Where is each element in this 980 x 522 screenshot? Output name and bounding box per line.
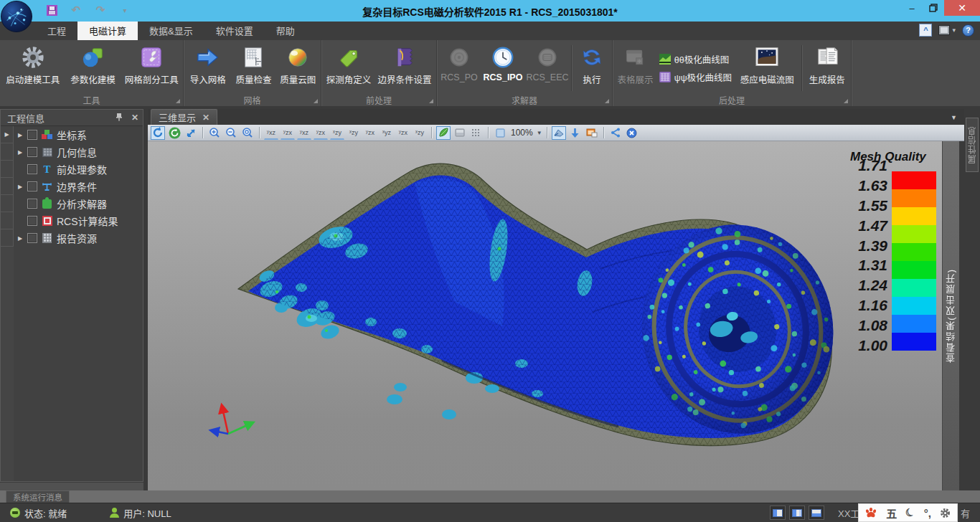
- tab-em-compute[interactable]: 电磁计算: [77, 22, 138, 40]
- pin-icon[interactable]: [116, 113, 123, 123]
- pan-zoom-button[interactable]: [184, 126, 198, 140]
- theta-theta-curve-button[interactable]: θθ极化曲线图: [659, 52, 732, 66]
- checkbox[interactable]: [27, 181, 37, 191]
- rcs-eec-solver-button[interactable]: RCS_EEC: [526, 42, 569, 94]
- ime-punctuation-mode[interactable]: °,: [924, 507, 931, 519]
- checkbox[interactable]: [27, 147, 37, 157]
- clear-view-button[interactable]: [625, 126, 639, 140]
- button-label: 表格展示: [617, 72, 653, 86]
- tree-item-geometry-info[interactable]: ▶ 几何信息: [14, 143, 143, 161]
- flat-mode-button[interactable]: [453, 126, 467, 140]
- axis-view-button[interactable]: ʸzx: [281, 126, 295, 140]
- rotate-view-button[interactable]: [151, 126, 165, 140]
- undo-button[interactable]: ↶: [69, 4, 83, 16]
- restore-button[interactable]: [923, 0, 944, 16]
- axis-view-button[interactable]: ʸzx: [314, 126, 328, 140]
- ime-halfwidth-moon-icon[interactable]: ☾: [903, 505, 918, 521]
- boundary-condition-settings-button[interactable]: 边界条件设置: [374, 42, 435, 94]
- run-arrows-icon: [580, 44, 604, 70]
- capture-scene-button[interactable]: [585, 126, 599, 140]
- axis-view-button[interactable]: ʸzx: [363, 126, 377, 140]
- tab-overflow-icon[interactable]: ▼: [951, 114, 957, 121]
- chevron-down-icon[interactable]: ▼: [537, 130, 542, 136]
- rcs-po-solver-button[interactable]: RCS_PO: [438, 42, 480, 94]
- axis-view-button[interactable]: ˣzy: [347, 126, 361, 140]
- quality-check-button[interactable]: 质量检查: [231, 42, 277, 94]
- tree-item-boundary-condition[interactable]: ▶ 边界条件: [14, 178, 143, 195]
- drop-view-button[interactable]: [568, 126, 583, 140]
- axis-view-button[interactable]: ʸxz: [264, 126, 278, 140]
- generate-report-button[interactable]: 生成报告: [804, 42, 849, 94]
- display-device-button[interactable]: ▾: [938, 25, 956, 35]
- tab-3d-display[interactable]: 三维显示 ✕: [151, 109, 217, 125]
- tree-item-rcs-results[interactable]: RCS计算结果: [14, 212, 143, 229]
- gutter-expander[interactable]: ▶: [1, 126, 14, 143]
- execute-button[interactable]: 执行: [574, 42, 610, 94]
- axis-view-button[interactable]: ˣyz: [380, 126, 394, 140]
- axis-view-button[interactable]: ˣzy: [330, 126, 344, 140]
- checkbox[interactable]: [27, 199, 37, 209]
- 3d-canvas[interactable]: Mesh Quality 1.71 1.63 1.55 1.47 1.39 1.…: [148, 141, 942, 490]
- axis-view-button[interactable]: ʸzx: [396, 126, 410, 140]
- share-button[interactable]: [608, 126, 623, 140]
- tree-item-report-resources[interactable]: ▶ 报告资源: [14, 229, 143, 247]
- zoom-out-button[interactable]: [224, 126, 238, 140]
- redo-button[interactable]: ↷: [93, 4, 108, 16]
- app-logo[interactable]: [1, 1, 32, 32]
- expander-icon[interactable]: ▶: [17, 149, 24, 156]
- ime-logo-paw-icon[interactable]: [865, 507, 877, 518]
- tab-close-icon[interactable]: ✕: [202, 113, 209, 123]
- zoom-level-value[interactable]: 100%: [511, 128, 533, 138]
- rcs-ipo-solver-button[interactable]: RCS_IPO: [480, 42, 526, 94]
- tab-data-display[interactable]: 数据&显示: [138, 22, 204, 40]
- probe-angle-define-button[interactable]: 探测角定义: [323, 42, 374, 94]
- close-button[interactable]: ✕: [944, 0, 980, 16]
- mesh-partition-tool-button[interactable]: 网格剖分工具: [121, 42, 182, 94]
- layout-bottom-panel-button[interactable]: [809, 506, 824, 520]
- minimize-button[interactable]: –: [901, 0, 923, 16]
- tree-item-coordinate-system[interactable]: ▶ 坐标系: [14, 126, 143, 143]
- collapse-ribbon-button[interactable]: ^: [919, 24, 932, 37]
- table-display-button[interactable]: 表格展示: [614, 42, 656, 94]
- tree-item-preprocess-params[interactable]: T 前处理参数: [14, 161, 143, 178]
- ime-settings-gear-icon[interactable]: [940, 508, 951, 518]
- quick-access-more-button[interactable]: ▾: [118, 4, 132, 16]
- tab-project[interactable]: 工程: [36, 22, 77, 40]
- zoom-in-button[interactable]: [207, 126, 222, 140]
- checkbox[interactable]: [27, 233, 37, 243]
- import-mesh-button[interactable]: 导入网格: [185, 42, 231, 94]
- expander-icon[interactable]: ▶: [17, 235, 24, 242]
- wireframe-mode-button[interactable]: [469, 126, 484, 140]
- checkbox[interactable]: [27, 130, 37, 140]
- launch-modeling-tool-button[interactable]: 启动建模工具: [1, 42, 65, 94]
- zoom-scale-button[interactable]: [493, 126, 507, 140]
- tree-item-analysis-solver[interactable]: 分析求解器: [14, 195, 143, 212]
- refresh-view-button[interactable]: [167, 126, 182, 140]
- psi-psi-curve-button[interactable]: ψψ极化曲线图: [659, 70, 732, 84]
- status-bar: 状态: 就绪 用户: NULL XX工业 五 ☾ °, 有: [0, 503, 980, 522]
- shaded-mode-button[interactable]: [436, 126, 451, 140]
- tab-property-info[interactable]: 属性信息: [966, 118, 979, 172]
- checkbox[interactable]: [27, 216, 37, 226]
- tab-system-messages[interactable]: 系统运行消息: [6, 490, 70, 503]
- axis-view-button[interactable]: ʸxz: [297, 126, 311, 140]
- results-collapsed-panel[interactable]: 查看结果(双击展开): [942, 141, 959, 490]
- section-tool-button[interactable]: [552, 126, 566, 140]
- quality-cloud-map-button[interactable]: 质量云图: [276, 42, 319, 94]
- help-button[interactable]: ?: [962, 24, 974, 37]
- expander-icon[interactable]: ▶: [17, 184, 24, 190]
- panel-close-icon[interactable]: ✕: [131, 113, 138, 123]
- checkbox[interactable]: [27, 164, 37, 174]
- save-button[interactable]: [44, 4, 59, 16]
- axis-view-button[interactable]: ˣzy: [413, 126, 427, 140]
- zoom-fit-button[interactable]: [240, 126, 255, 140]
- minimize-icon: –: [909, 3, 914, 14]
- tab-software-settings[interactable]: 软件设置: [204, 22, 265, 40]
- induced-current-map-button[interactable]: 感应电磁流图: [735, 42, 799, 94]
- tab-help[interactable]: 帮助: [265, 22, 306, 40]
- ime-wubi-mode[interactable]: 五: [886, 506, 897, 521]
- parametric-modeling-button[interactable]: 参数化建模: [65, 42, 122, 94]
- layout-split-panel-button[interactable]: [789, 506, 805, 520]
- layout-left-panel-button[interactable]: [770, 506, 786, 520]
- expander-icon[interactable]: ▶: [17, 132, 24, 138]
